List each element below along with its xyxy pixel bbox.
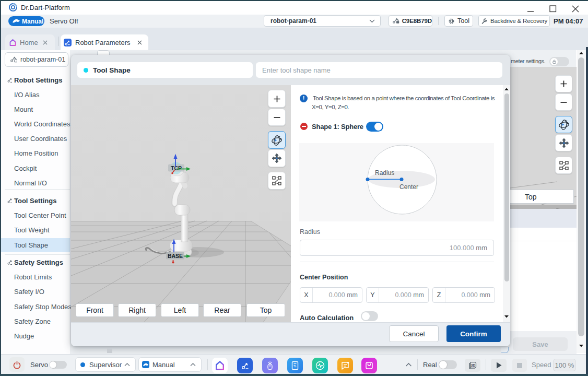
svg-text:Radius: Radius: [375, 169, 394, 177]
svg-text:BASE: BASE: [168, 253, 183, 259]
svg-text:Center: Center: [399, 183, 418, 191]
svg-text:TCP: TCP: [171, 165, 182, 171]
svg-text:3D: 3D: [471, 363, 476, 367]
